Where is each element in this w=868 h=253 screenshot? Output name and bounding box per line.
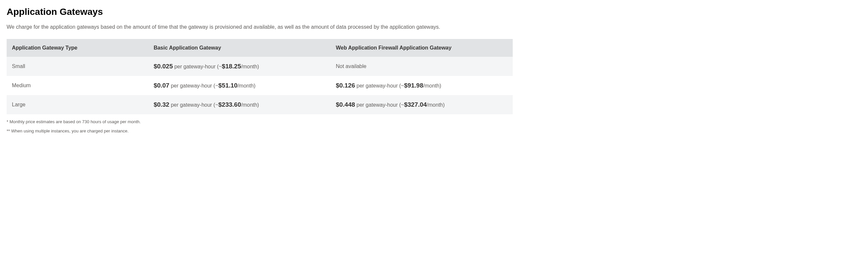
table-row: Small $0.025 per gateway-hour (~$18.25/m…	[7, 57, 513, 76]
price-monthly: $51.10	[218, 82, 238, 89]
price-month-suffix: /month)	[427, 102, 444, 108]
section-description: We charge for the application gateways b…	[7, 23, 529, 31]
row-basic-price: $0.32 per gateway-hour (~$233.60/month)	[148, 95, 331, 114]
footnote-1: * Monthly price estimates are based on 7…	[7, 119, 861, 125]
table-row: Large $0.32 per gateway-hour (~$233.60/m…	[7, 95, 513, 114]
price-unit: per gateway-hour (~	[355, 83, 404, 88]
row-waf-not-available: Not available	[331, 57, 513, 76]
row-type: Large	[7, 95, 148, 114]
row-type: Medium	[7, 76, 148, 95]
price-hourly: $0.07	[154, 82, 169, 89]
price-month-suffix: /month)	[238, 83, 255, 88]
row-waf-price: $0.448 per gateway-hour (~$327.04/month)	[331, 95, 513, 114]
table-header-waf: Web Application Firewall Application Gat…	[331, 39, 513, 57]
row-basic-price: $0.07 per gateway-hour (~$51.10/month)	[148, 76, 331, 95]
price-monthly: $18.25	[222, 63, 241, 70]
price-monthly: $327.04	[404, 101, 427, 108]
table-header-row: Application Gateway Type Basic Applicati…	[7, 39, 513, 57]
price-unit: per gateway-hour (~	[169, 83, 218, 88]
price-month-suffix: /month)	[241, 64, 259, 69]
price-hourly: $0.32	[154, 101, 169, 108]
price-month-suffix: /month)	[241, 102, 259, 108]
price-hourly: $0.448	[336, 101, 355, 108]
table-header-basic: Basic Application Gateway	[148, 39, 331, 57]
footnote-2: ** When using multiple instances, you ar…	[7, 128, 861, 134]
pricing-table: Application Gateway Type Basic Applicati…	[7, 39, 513, 114]
table-header-type: Application Gateway Type	[7, 39, 148, 57]
price-unit: per gateway-hour (~	[355, 102, 404, 108]
price-hourly: $0.126	[336, 82, 355, 89]
table-row: Medium $0.07 per gateway-hour (~$51.10/m…	[7, 76, 513, 95]
price-hourly: $0.025	[154, 63, 173, 70]
row-basic-price: $0.025 per gateway-hour (~$18.25/month)	[148, 57, 331, 76]
section-heading: Application Gateways	[7, 7, 861, 17]
price-monthly: $91.98	[404, 82, 423, 89]
price-unit: per gateway-hour (~	[169, 102, 218, 108]
price-monthly: $233.60	[218, 101, 241, 108]
row-type: Small	[7, 57, 148, 76]
price-unit: per gateway-hour (~	[173, 64, 222, 69]
price-month-suffix: /month)	[424, 83, 441, 88]
row-waf-price: $0.126 per gateway-hour (~$91.98/month)	[331, 76, 513, 95]
